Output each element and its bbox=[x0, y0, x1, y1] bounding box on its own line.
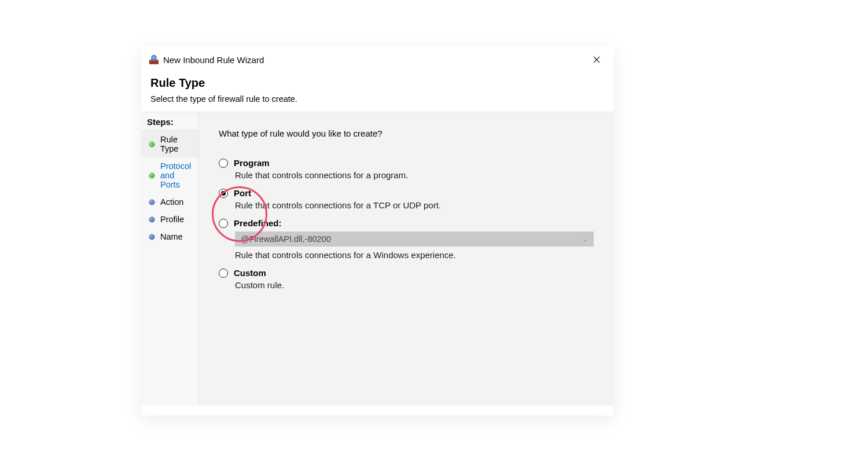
option-port: Port Rule that controls connections for … bbox=[219, 188, 594, 210]
step-action[interactable]: Action bbox=[141, 193, 198, 211]
predefined-select[interactable]: @FirewallAPI.dll,-80200 ⌄ bbox=[235, 232, 594, 247]
step-label: Profile bbox=[160, 215, 184, 224]
content-question: What type of rule would you like to crea… bbox=[219, 128, 594, 138]
svg-point-4 bbox=[152, 56, 156, 60]
svg-rect-2 bbox=[149, 62, 159, 63]
option-predefined-desc: Rule that controls connections for a Win… bbox=[235, 250, 594, 260]
option-port-label: Port bbox=[234, 188, 251, 198]
step-profile[interactable]: Profile bbox=[141, 211, 198, 228]
content-panel: What type of rule would you like to crea… bbox=[199, 112, 613, 406]
step-bullet-icon bbox=[149, 200, 155, 205]
step-label: Protocol and Ports bbox=[160, 161, 193, 189]
step-bullet-icon bbox=[149, 173, 155, 178]
option-program: Program Rule that controls connections f… bbox=[219, 158, 594, 180]
radio-program[interactable] bbox=[219, 159, 228, 168]
step-name[interactable]: Name bbox=[141, 228, 198, 245]
option-program-desc: Rule that controls connections for a pro… bbox=[235, 170, 594, 180]
radio-predefined[interactable] bbox=[219, 219, 228, 228]
predefined-select-value: @FirewallAPI.dll,-80200 bbox=[241, 234, 331, 244]
radio-custom[interactable] bbox=[219, 269, 228, 278]
body-area: Steps: Rule Type Protocol and Ports Acti… bbox=[141, 112, 613, 406]
steps-list: Rule Type Protocol and Ports Action Prof… bbox=[141, 131, 198, 245]
steps-panel: Steps: Rule Type Protocol and Ports Acti… bbox=[141, 112, 199, 406]
step-label: Name bbox=[160, 232, 183, 241]
header-section: Rule Type Select the type of firewall ru… bbox=[141, 73, 613, 112]
steps-header: Steps: bbox=[141, 112, 198, 131]
wizard-window: New Inbound Rule Wizard Rule Type Select… bbox=[141, 46, 613, 416]
firewall-icon bbox=[149, 55, 159, 64]
option-predefined-label: Predefined: bbox=[234, 218, 282, 228]
step-label: Action bbox=[160, 197, 183, 207]
step-protocol-and-ports[interactable]: Protocol and Ports bbox=[141, 157, 198, 193]
option-predefined: Predefined: @FirewallAPI.dll,-80200 ⌄ Ru… bbox=[219, 218, 594, 260]
step-bullet-icon bbox=[149, 142, 155, 147]
close-button[interactable] bbox=[588, 52, 605, 67]
option-custom-label: Custom bbox=[234, 268, 266, 278]
option-program-label: Program bbox=[234, 158, 270, 168]
option-port-desc: Rule that controls connections for a TCP… bbox=[235, 200, 594, 210]
page-description: Select the type of firewall rule to crea… bbox=[150, 94, 604, 104]
page-heading: Rule Type bbox=[150, 76, 604, 90]
chevron-down-icon: ⌄ bbox=[583, 236, 588, 243]
window-title: New Inbound Rule Wizard bbox=[163, 55, 264, 65]
step-bullet-icon bbox=[149, 234, 155, 240]
titlebar: New Inbound Rule Wizard bbox=[141, 46, 613, 73]
step-bullet-icon bbox=[149, 217, 155, 222]
step-label: Rule Type bbox=[160, 135, 193, 153]
radio-port[interactable] bbox=[219, 189, 228, 198]
option-custom: Custom Custom rule. bbox=[219, 268, 594, 290]
step-rule-type[interactable]: Rule Type bbox=[141, 131, 198, 157]
close-icon bbox=[593, 56, 600, 63]
option-custom-desc: Custom rule. bbox=[235, 280, 594, 290]
